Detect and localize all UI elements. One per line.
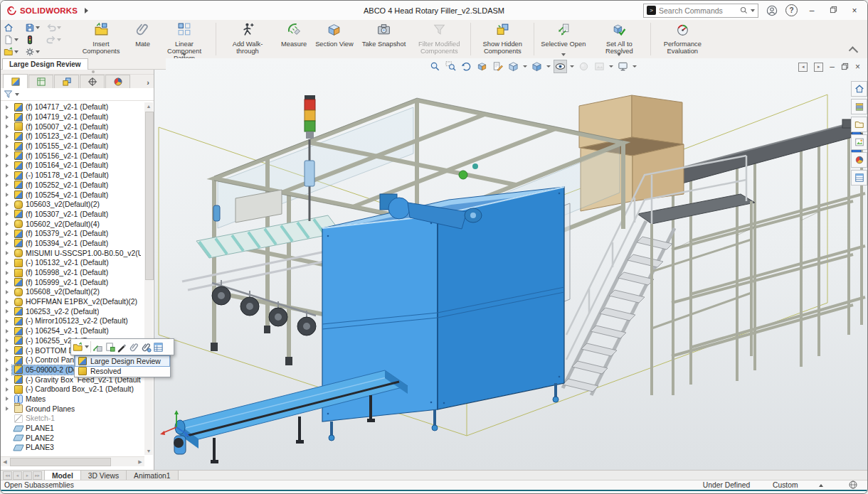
tree-item[interactable]: (f) 105394_v2-1 (Default) <box>1 239 143 249</box>
virtual-component-icon[interactable] <box>105 342 115 353</box>
pane-left-icon[interactable]: ◂ <box>798 63 808 72</box>
expand-arrow-icon[interactable] <box>6 212 9 216</box>
view-settings-icon[interactable] <box>616 60 630 73</box>
expand-arrow-icon[interactable] <box>6 222 9 226</box>
expand-arrow-icon[interactable] <box>6 173 9 178</box>
set-resolved-icon[interactable] <box>92 342 103 353</box>
mate-paperclip-icon[interactable] <box>129 342 139 353</box>
tree-item[interactable]: 106253_v2-2 (Default) <box>1 306 143 316</box>
redo-button[interactable] <box>46 35 69 45</box>
apply-scene-caret[interactable] <box>609 65 613 68</box>
custom-properties-icon[interactable] <box>851 170 867 186</box>
doc-minimize-icon[interactable]: – <box>830 62 835 72</box>
tree-item[interactable]: (f) 105155_v2-1 (Default) <box>1 141 143 151</box>
set-all-to-resolved-button[interactable]: Set All to Resolved <box>590 20 648 58</box>
expand-arrow-icon[interactable] <box>6 154 9 158</box>
tab-model[interactable]: Model <box>44 471 81 480</box>
view-orientation-caret[interactable] <box>523 65 527 68</box>
discharge-conveyor[interactable] <box>174 370 408 463</box>
next-tab-icon[interactable]: ▸ <box>23 471 32 480</box>
expand-arrow-icon[interactable] <box>6 377 9 382</box>
scroll-left-icon[interactable]: ◀ <box>1 457 9 466</box>
tree-horizontal-scrollbar[interactable]: ◀ ▶ <box>1 456 144 466</box>
display-style-icon[interactable] <box>530 60 544 73</box>
expand-arrow-icon[interactable] <box>6 251 9 255</box>
tree-item[interactable]: PLANE1 <box>1 424 143 434</box>
scroll-down-icon[interactable]: ▼ <box>144 447 153 455</box>
mate-button[interactable]: Mate <box>130 20 155 58</box>
expand-arrow-icon[interactable] <box>6 241 9 245</box>
design-library-icon[interactable] <box>851 99 867 114</box>
tree-item[interactable]: PLANE2 <box>1 433 143 443</box>
expand-arrow-icon[interactable] <box>6 134 9 139</box>
section-view-button[interactable]: Section View <box>311 20 358 58</box>
menu-expand-icon[interactable] <box>85 8 88 14</box>
tree-item[interactable]: (f) 105999_v2-1 (Default) <box>1 277 143 287</box>
section-view-hud-icon[interactable] <box>475 60 489 73</box>
tree-item[interactable]: (f) 104717_v2-1 (Default) <box>1 102 143 112</box>
expand-arrow-icon[interactable] <box>6 397 9 401</box>
tree-item[interactable]: (-) 105132_v2-1 (Default) <box>1 258 143 268</box>
display-style-caret[interactable] <box>546 65 551 68</box>
expand-arrow-icon[interactable] <box>6 115 9 119</box>
measure-button[interactable]: Measure <box>277 20 311 58</box>
first-tab-icon[interactable]: ◂◂ <box>3 471 12 480</box>
options-gear-button[interactable] <box>25 47 46 57</box>
component-properties-icon[interactable] <box>153 342 164 353</box>
search-options-caret[interactable] <box>751 9 755 12</box>
tree-item[interactable]: (-) Cardboard Box_v2-1 (Default) <box>1 385 143 394</box>
search-commands-box[interactable]: > Search Commands <box>643 4 758 18</box>
tab-3d-views[interactable]: 3D Views <box>81 471 127 480</box>
view-palette-icon[interactable] <box>851 134 867 150</box>
home-button[interactable] <box>4 23 25 33</box>
expand-arrow-icon[interactable] <box>6 183 9 187</box>
more-tabs-chevron[interactable]: › <box>147 78 149 87</box>
tab-configurationmanager[interactable] <box>54 75 79 88</box>
tree-item[interactable]: 105608_v2(Default)(2) <box>1 287 143 297</box>
tree-item[interactable]: Ground Planes <box>1 404 143 414</box>
insert-components-button[interactable]: Insert Components <box>72 20 130 58</box>
rebuild-traffic-light-icon[interactable] <box>25 35 46 45</box>
search-input[interactable]: Search Commands <box>659 6 737 15</box>
tree-item[interactable]: (f) 105164_v2-1 (Default) <box>1 161 143 171</box>
last-tab-icon[interactable]: ▸▸ <box>33 471 42 480</box>
tree-item[interactable]: Mates <box>1 394 143 404</box>
view-settings-caret[interactable] <box>633 65 637 68</box>
menu-item-resolved[interactable]: Resolved <box>75 366 169 376</box>
graphics-viewport[interactable]: ◂ ▸ – × <box>154 58 868 470</box>
expand-arrow-icon[interactable] <box>6 261 9 265</box>
expand-arrow-icon[interactable] <box>6 300 9 304</box>
expand-arrow-icon[interactable] <box>6 232 9 236</box>
close-button[interactable]: × <box>847 6 862 16</box>
expand-arrow-icon[interactable] <box>6 203 9 207</box>
open-options-caret[interactable] <box>85 345 89 348</box>
performance-evaluation-button[interactable]: Performance Evaluation <box>653 20 711 58</box>
tree-item[interactable]: (f) 105998_v2-1 (Default) <box>1 268 143 278</box>
tree-item[interactable]: 105602_v2(Default)(4) <box>1 219 143 229</box>
hide-show-items-caret[interactable] <box>570 65 574 68</box>
units-caret[interactable] <box>819 484 823 487</box>
horizontal-scroll-thumb[interactable] <box>10 458 111 466</box>
expand-arrow-icon[interactable] <box>6 144 9 149</box>
tree-item[interactable]: PLANE3 <box>1 443 143 453</box>
tree-item[interactable]: (f) 105007_v2-1 (Default) <box>1 122 143 131</box>
previous-view-icon[interactable] <box>460 60 473 73</box>
scroll-up-icon[interactable]: ▲ <box>144 102 153 110</box>
annotation-views-icon[interactable] <box>491 60 504 73</box>
tree-item[interactable]: 105603_v2(Default)(2) <box>1 200 143 210</box>
expand-arrow-icon[interactable] <box>6 105 9 109</box>
tree-item[interactable]: (f) 105379_v2-1 (Default) <box>1 229 143 239</box>
appearances-scenes-icon[interactable] <box>851 152 867 168</box>
user-account-icon[interactable] <box>766 4 778 17</box>
tree-item[interactable]: HOFFMAN E1PBX_v2(Default)(2) <box>1 297 143 307</box>
doc-close-icon[interactable]: × <box>855 62 860 72</box>
expand-arrow-icon[interactable] <box>6 358 9 363</box>
prev-tab-icon[interactable]: ◂ <box>13 471 22 480</box>
vertical-scroll-thumb[interactable] <box>145 112 154 280</box>
expand-arrow-icon[interactable] <box>6 387 9 392</box>
tree-item[interactable]: (-) 105178_v2-1 (Default) <box>1 171 143 181</box>
markup-pen-icon[interactable] <box>117 342 127 353</box>
undo-button[interactable] <box>46 23 69 33</box>
open-button[interactable] <box>4 47 25 57</box>
expand-arrow-icon[interactable] <box>6 407 9 411</box>
